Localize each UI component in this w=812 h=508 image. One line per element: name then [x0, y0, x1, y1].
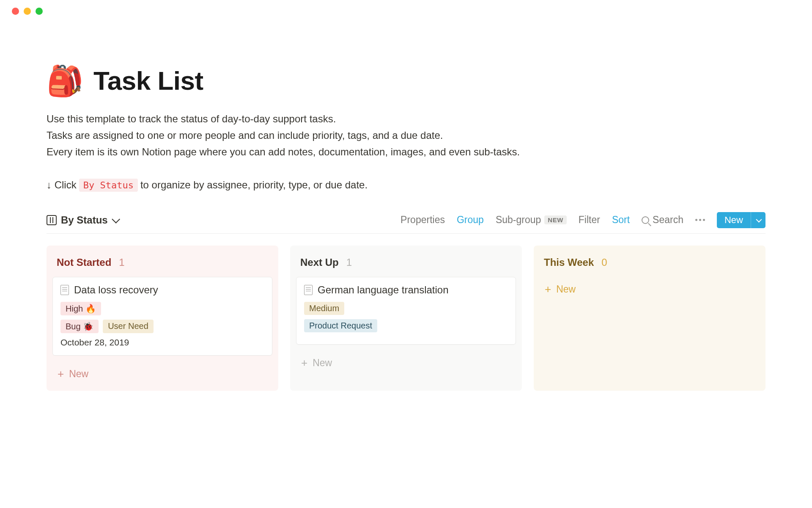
page-description: Use this template to track the status of… — [47, 111, 765, 160]
subgroup-label: Sub-group — [496, 214, 541, 226]
filter-button[interactable]: Filter — [579, 214, 600, 226]
column-count: 1 — [346, 257, 352, 268]
column-next-up: Next Up 1 German language translation Me… — [290, 246, 522, 391]
window-controls — [0, 0, 812, 15]
group-button[interactable]: Group — [457, 214, 484, 226]
description-line: Use this template to track the status of… — [47, 111, 765, 127]
new-button[interactable]: New — [717, 212, 751, 228]
add-card-button[interactable]: + New — [52, 362, 272, 381]
tag-row: Product Request — [304, 319, 508, 332]
card-title: Data loss recovery — [74, 284, 158, 296]
column-header[interactable]: This Week 0 — [540, 253, 760, 277]
page-header: 🎒 Task List — [47, 66, 765, 96]
add-label: New — [556, 284, 576, 295]
column-header[interactable]: Not Started 1 — [52, 253, 272, 277]
page-title[interactable]: Task List — [93, 66, 203, 96]
view-name: By Status — [61, 214, 108, 226]
search-icon — [642, 216, 649, 224]
kanban-board: Not Started 1 Data loss recovery High 🔥 … — [47, 246, 765, 391]
type-tag: User Need — [103, 320, 154, 333]
tag-row: High 🔥 — [60, 302, 264, 315]
properties-button[interactable]: Properties — [401, 214, 445, 226]
down-arrow-icon: ↓ Click — [47, 179, 77, 191]
maximize-window-button[interactable] — [36, 8, 43, 15]
type-tag: Product Request — [304, 319, 377, 332]
hint-suffix: to organize by assignee, priority, type,… — [140, 179, 368, 191]
column-count: 1 — [119, 257, 124, 268]
app-window: 🎒 Task List Use this template to track t… — [0, 0, 812, 508]
toolbar-actions: Properties Group Sub-group NEW Filter So… — [401, 212, 765, 228]
tag-row: Medium — [304, 302, 508, 315]
type-tag: Bug 🐞 — [60, 320, 99, 333]
close-window-button[interactable] — [12, 8, 19, 15]
task-card[interactable]: Data loss recovery High 🔥 Bug 🐞 User Nee… — [52, 277, 272, 356]
minimize-window-button[interactable] — [24, 8, 31, 15]
page-icon[interactable]: 🎒 — [47, 66, 83, 96]
column-this-week: This Week 0 + New — [534, 246, 765, 391]
column-title: This Week — [544, 257, 594, 268]
new-button-group: New — [717, 212, 765, 228]
subgroup-button[interactable]: Sub-group NEW — [496, 214, 567, 226]
priority-tag: Medium — [304, 302, 344, 315]
card-title-row: Data loss recovery — [60, 284, 264, 296]
card-title-row: German language translation — [304, 284, 508, 296]
database-toolbar: By Status Properties Group Sub-group NEW… — [47, 212, 765, 234]
hint-row: ↓ Click By Status to organize by assigne… — [47, 179, 765, 192]
chevron-down-icon — [112, 215, 120, 224]
add-card-button[interactable]: + New — [296, 351, 516, 370]
page-icon — [304, 285, 313, 295]
chevron-down-icon — [756, 216, 762, 222]
column-header[interactable]: Next Up 1 — [296, 253, 516, 277]
priority-tag: High 🔥 — [60, 302, 101, 315]
plus-icon: + — [58, 368, 64, 379]
column-count: 0 — [601, 257, 607, 268]
sort-button[interactable]: Sort — [612, 214, 630, 226]
plus-icon: + — [301, 357, 307, 368]
column-title: Not Started — [57, 257, 111, 268]
page-content: 🎒 Task List Use this template to track t… — [0, 15, 812, 391]
hint-code: By Status — [79, 179, 138, 192]
task-card[interactable]: German language translation Medium Produ… — [296, 277, 516, 345]
view-switcher[interactable]: By Status — [47, 214, 118, 226]
add-label: New — [313, 357, 332, 369]
search-label: Search — [653, 214, 683, 226]
plus-icon: + — [545, 284, 551, 295]
column-title: Next Up — [300, 257, 339, 268]
new-button-dropdown[interactable] — [751, 212, 765, 228]
description-line: Every item is its own Notion page where … — [47, 144, 765, 160]
tag-row: Bug 🐞 User Need — [60, 320, 264, 333]
more-options-button[interactable] — [695, 219, 705, 221]
search-button[interactable]: Search — [642, 214, 683, 226]
card-date: October 28, 2019 — [60, 337, 264, 348]
column-not-started: Not Started 1 Data loss recovery High 🔥 … — [47, 246, 278, 391]
board-view-icon — [47, 215, 57, 225]
description-line: Tasks are assigned to one or more people… — [47, 127, 765, 143]
page-icon — [60, 285, 69, 295]
new-badge: NEW — [544, 215, 567, 224]
card-title: German language translation — [318, 284, 449, 296]
add-label: New — [69, 368, 88, 380]
add-card-button[interactable]: + New — [540, 277, 760, 297]
